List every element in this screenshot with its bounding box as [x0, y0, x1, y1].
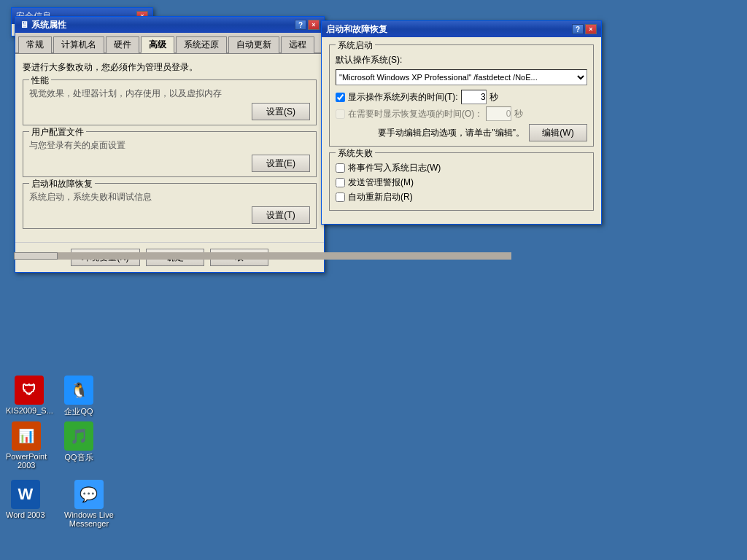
qqmusic-icon: 🎵 — [64, 421, 93, 451]
show-recovery-label: 在需要时显示恢复选项的时间(O)： — [348, 108, 483, 120]
user-profile-group: 用户配置文件 与您登录有关的桌面设置 设置(E) — [23, 131, 317, 177]
startup-group-title: 启动和故障恢复 — [29, 178, 95, 190]
tab-general[interactable]: 常规 — [18, 36, 52, 53]
sysprop-close-btn[interactable]: × — [308, 20, 320, 30]
wlm-label: Windows LiveMessenger — [64, 510, 114, 528]
user-profile-desc: 与您登录有关的桌面设置 — [29, 139, 310, 152]
perf-group: 性能 视觉效果，处理器计划，内存使用，以及虚拟内存 设置(S) — [23, 79, 317, 125]
write-event-row: 将事件写入系统日志(W) — [336, 162, 587, 174]
ppt-label: PowerPoint2003 — [6, 452, 47, 470]
qq-label: 企业QQ — [64, 406, 93, 417]
tab-advanced[interactable]: 高级 — [141, 36, 174, 53]
edit-row: 要手动编辑启动选项，请单击"编辑"。 编辑(W) — [336, 124, 587, 141]
kis-icon: 🛡 — [15, 376, 44, 405]
send-alert-label: 发送管理警报(M) — [348, 176, 414, 189]
tab-computer-name[interactable]: 计算机名 — [53, 36, 104, 53]
sysprop-desc: 要进行大多数改动，您必须作为管理员登录。 — [23, 61, 317, 74]
perf-desc: 视觉效果，处理器计划，内存使用，以及虚拟内存 — [29, 88, 310, 100]
default-os-label: 默认操作系统(S): — [336, 54, 587, 66]
tab-remote[interactable]: 远程 — [281, 36, 314, 53]
system-startup-group: 系统启动 默认操作系统(S): "Microsoft Windows XP Pr… — [329, 44, 594, 147]
send-alert-row: 发送管理警报(M) — [336, 176, 587, 189]
notepad-scrollbar-track[interactable] — [14, 252, 511, 260]
wlm-icon: 💬 — [74, 480, 104, 509]
write-event-checkbox[interactable] — [336, 163, 345, 173]
sysprop-content: 要进行大多数改动，您必须作为管理员登录。 性能 视觉效果，处理器计划，内存使用，… — [15, 54, 324, 242]
sysprop-titlebar-icon: 🖥 — [20, 20, 28, 30]
user-profile-title: 用户配置文件 — [29, 126, 86, 139]
edit-desc: 要手动编辑启动选项，请单击"编辑"。 — [378, 127, 525, 139]
sysprop-help-btn[interactable]: ? — [295, 20, 306, 30]
show-os-list-label: 显示操作系统列表的时间(T): — [348, 91, 458, 104]
sysprop-dialog: 🖥 系统属性 ? × 常规 计算机名 硬件 高级 系统还原 自动更新 远程 要进… — [15, 16, 325, 273]
default-os-select[interactable]: "Microsoft Windows XP Professional" /fas… — [336, 69, 587, 85]
system-failure-label: 系统失败 — [336, 147, 375, 160]
show-recovery-row: 在需要时显示恢复选项的时间(O)： 秒 — [336, 106, 587, 121]
desktop-icon-word[interactable]: W Word 2003 — [6, 480, 45, 519]
startup-desc: 系统启动，系统失败和调试信息 — [29, 191, 310, 203]
tab-hardware[interactable]: 硬件 — [106, 36, 139, 53]
qqmusic-label: QQ音乐 — [64, 452, 93, 463]
show-os-list-checkbox[interactable] — [336, 93, 345, 102]
notepad-scrollbar-thumb[interactable] — [14, 252, 58, 260]
desktop-icon-wlm[interactable]: 💬 Windows LiveMessenger — [64, 480, 114, 528]
send-alert-checkbox[interactable] — [336, 178, 345, 187]
startup-recovery-content: 系统启动 默认操作系统(S): "Microsoft Windows XP Pr… — [322, 37, 601, 224]
auto-restart-row: 自动重新启动(R) — [336, 191, 587, 203]
startup-recovery-titlebar: 启动和故障恢复 ? × — [322, 21, 601, 37]
tab-auto-update[interactable]: 自动更新 — [228, 36, 279, 53]
ppt-icon: 📊 — [12, 421, 41, 451]
show-os-list-seconds[interactable] — [461, 90, 487, 104]
kis-label: KIS2009_S... — [6, 406, 53, 415]
desktop-icon-kis2009[interactable]: 🛡 KIS2009_S... — [6, 376, 53, 415]
tab-system-restore[interactable]: 系统还原 — [176, 36, 227, 53]
qq-icon: 🐧 — [64, 376, 93, 405]
sysprop-titlebar: 🖥 系统属性 ? × — [15, 17, 324, 33]
desktop-icon-ppt[interactable]: 📊 PowerPoint2003 — [6, 421, 47, 470]
desktop-icon-qqmusic[interactable]: 🎵 QQ音乐 — [64, 421, 93, 463]
startup-group: 启动和故障恢复 系统启动，系统失败和调试信息 设置(T) — [23, 183, 317, 229]
sysprop-tabs: 常规 计算机名 硬件 高级 系统还原 自动更新 远程 — [15, 33, 324, 54]
perf-group-title: 性能 — [29, 74, 51, 87]
system-startup-label: 系统启动 — [336, 39, 375, 52]
startup-recovery-title-text: 启动和故障恢复 — [326, 23, 387, 36]
sysprop-title-text: 系统属性 — [31, 19, 66, 31]
perf-settings-btn[interactable]: 设置(S) — [252, 103, 310, 120]
startup-recovery-dialog: 启动和故障恢复 ? × 系统启动 默认操作系统(S): "Microsoft W… — [321, 20, 602, 225]
word-label: Word 2003 — [6, 510, 45, 519]
edit-btn[interactable]: 编辑(W) — [529, 124, 587, 141]
show-recovery-seconds[interactable] — [486, 106, 511, 121]
show-recovery-unit: 秒 — [514, 108, 523, 120]
word-icon: W — [11, 480, 40, 509]
startup-settings-btn[interactable]: 设置(T) — [252, 206, 310, 224]
show-recovery-checkbox[interactable] — [336, 109, 345, 119]
startup-help-btn[interactable]: ? — [572, 24, 584, 34]
system-failure-group: 系统失败 将事件写入系统日志(W) 发送管理警报(M) 自动重新启动(R) — [329, 152, 594, 211]
show-os-list-unit: 秒 — [489, 91, 498, 104]
user-profile-settings-btn[interactable]: 设置(E) — [252, 155, 310, 172]
write-event-label: 将事件写入系统日志(W) — [348, 162, 441, 174]
auto-restart-label: 自动重新启动(R) — [348, 191, 413, 203]
show-os-list-row: 显示操作系统列表的时间(T): 秒 — [336, 90, 587, 104]
auto-restart-checkbox[interactable] — [336, 192, 345, 202]
startup-close-btn[interactable]: × — [585, 24, 597, 34]
desktop-icon-qq[interactable]: 🐧 企业QQ — [64, 376, 93, 417]
